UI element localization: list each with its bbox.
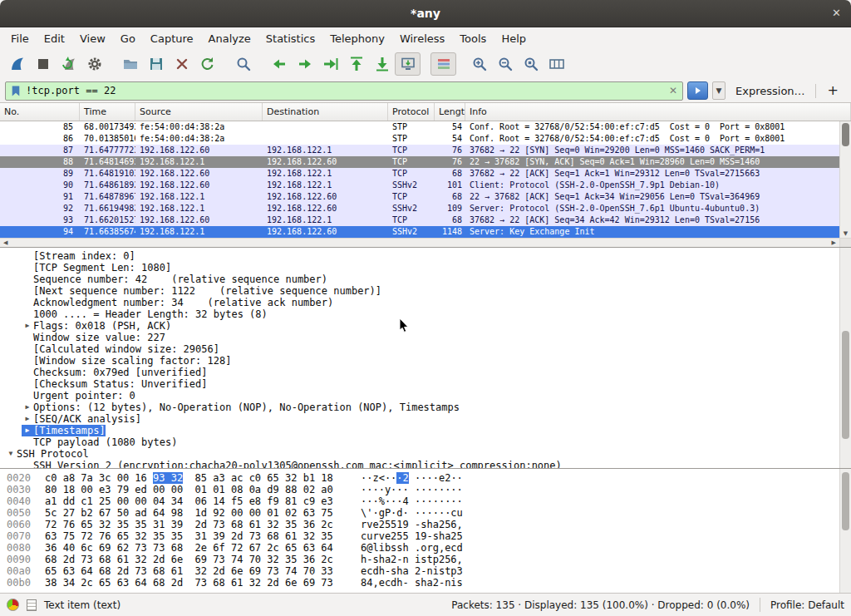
detail-line[interactable]: Checksum: 0x79ed [unverified] — [0, 367, 851, 378]
zoom-in-button[interactable] — [466, 52, 492, 76]
menu-help[interactable]: Help — [494, 30, 534, 47]
scroll-right-icon[interactable]: ▶ — [832, 239, 836, 246]
colorize-button[interactable] — [430, 52, 456, 76]
go-last-button[interactable] — [369, 52, 395, 76]
go-forward-button[interactable] — [292, 52, 317, 76]
menu-tools[interactable]: Tools — [452, 30, 494, 47]
detail-line[interactable]: Sequence number: 42 (relative sequence n… — [0, 274, 851, 285]
restart-capture-button[interactable] — [56, 52, 81, 76]
auto-scroll-button[interactable] — [395, 52, 421, 76]
hex-row-0020[interactable]: 0020c0 a8 7a 3c 00 16 93 32 85 a3 ac c0 … — [0, 472, 851, 484]
packet-row-89[interactable]: 8971.648191037192.168.122.60192.168.122.… — [0, 168, 839, 180]
detail-line[interactable]: 1000 .... = Header Length: 32 bytes (8) — [0, 308, 851, 320]
detail-line[interactable]: ▶Flags: 0x018 (PSH, ACK) — [0, 320, 851, 332]
packet-row-86[interactable]: 8670.013850163fe:54:00:d4:38:2aSTP54Conf… — [0, 133, 839, 145]
menu-view[interactable]: View — [72, 30, 113, 47]
column-header-info[interactable]: Info — [465, 103, 851, 121]
details-scrollbar[interactable] — [839, 248, 851, 468]
detail-line[interactable]: Acknowledgment number: 34 (relative ack … — [0, 297, 851, 308]
detail-line[interactable]: [Calculated window size: 29056] — [0, 343, 851, 355]
capture-options-button[interactable] — [81, 52, 107, 76]
expert-info-icon[interactable] — [7, 599, 19, 611]
detail-line[interactable]: ▶[Timestamps] — [0, 425, 851, 436]
hex-row-0090[interactable]: 009068 2d 73 68 61 32 2d 6e 69 73 74 70 … — [0, 554, 851, 565]
column-header-length[interactable]: Length — [435, 103, 465, 121]
scrollbar-thumb[interactable] — [842, 331, 849, 439]
detail-line[interactable]: [TCP Segment Len: 1080] — [0, 262, 851, 274]
packet-row-94[interactable]: 9471.663856741192.168.122.1192.168.122.6… — [0, 226, 839, 238]
menu-capture[interactable]: Capture — [143, 30, 201, 47]
open-file-button[interactable] — [117, 52, 143, 76]
hex-row-0060[interactable]: 006072 76 65 32 35 35 31 39 2d 73 68 61 … — [0, 519, 851, 530]
hex-row-0030[interactable]: 003080 18 00 e3 79 ed 00 00 01 01 08 0a … — [0, 484, 851, 495]
hex-row-00b0[interactable]: 00b038 34 2c 65 63 64 68 2d 73 68 61 32 … — [0, 577, 851, 589]
detail-line[interactable]: [Stream index: 0] — [0, 250, 851, 262]
close-file-button[interactable] — [169, 52, 194, 76]
clear-filter-icon[interactable]: ✕ — [669, 86, 677, 96]
bookmark-icon[interactable] — [11, 85, 21, 97]
expander-icon[interactable]: ▶ — [22, 425, 33, 436]
detail-line[interactable]: TCP payload (1080 bytes) — [0, 436, 851, 448]
packet-row-85[interactable]: 8568.001734936fe:54:00:d4:38:2aSTP54Conf… — [0, 121, 839, 133]
capture-comment-icon[interactable] — [27, 599, 37, 611]
menu-file[interactable]: File — [3, 30, 37, 47]
expression-button[interactable]: Expression… — [730, 85, 811, 97]
hex-row-0070[interactable]: 007063 75 72 76 65 32 35 35 31 39 2d 73 … — [0, 530, 851, 542]
go-first-button[interactable] — [343, 52, 369, 76]
start-capture-button[interactable] — [4, 52, 30, 76]
expander-icon[interactable]: ▶ — [22, 413, 33, 425]
close-icon[interactable]: ✕ — [832, 7, 841, 19]
expander-icon[interactable]: ▼ — [5, 448, 17, 460]
packet-row-90[interactable]: 9071.648618924192.168.122.60192.168.122.… — [0, 180, 839, 191]
filter-dropdown-caret-icon[interactable]: ▼ — [712, 81, 726, 100]
find-packet-button[interactable] — [230, 52, 256, 76]
hex-row-00a0[interactable]: 00a065 63 64 68 2d 73 68 61 32 2d 6e 69 … — [0, 565, 851, 577]
detail-line[interactable]: SSH Version 2 (encryption:chacha20-poly1… — [0, 460, 851, 468]
stop-capture-button[interactable] — [30, 52, 56, 76]
scrollbar-thumb[interactable] — [842, 123, 849, 146]
detail-line[interactable]: ▶[SEQ/ACK analysis] — [0, 413, 851, 425]
detail-line[interactable]: [Checksum Status: Unverified] — [0, 378, 851, 390]
column-header-source[interactable]: Source — [135, 103, 263, 121]
packet-row-87[interactable]: 8771.647777234192.168.122.60192.168.122.… — [0, 145, 839, 156]
detail-line[interactable]: Window size value: 227 — [0, 332, 851, 343]
scroll-down-icon[interactable]: ▼ — [840, 230, 851, 237]
hex-row-0040[interactable]: 0040a1 dd c1 25 00 00 04 34 06 14 f5 e8 … — [0, 495, 851, 507]
save-file-button[interactable] — [143, 52, 169, 76]
packet-row-88[interactable]: 8871.648146932192.168.122.1192.168.122.6… — [0, 156, 839, 168]
go-to-packet-button[interactable] — [317, 52, 343, 76]
display-filter-field[interactable]: ✕ — [5, 81, 683, 101]
detail-line[interactable]: [Window size scaling factor: 128] — [0, 355, 851, 367]
zoom-out-button[interactable] — [492, 52, 518, 76]
add-filter-button[interactable]: + — [820, 82, 846, 100]
packet-row-93[interactable]: 9371.662015274192.168.122.60192.168.122.… — [0, 214, 839, 226]
profile-button[interactable]: Profile: Default — [770, 599, 844, 611]
display-filter-input[interactable] — [26, 85, 664, 96]
detail-line[interactable]: Urgent pointer: 0 — [0, 390, 851, 402]
menu-statistics[interactable]: Statistics — [258, 30, 322, 47]
hex-row-0080[interactable]: 008036 40 6c 69 62 73 73 68 2e 6f 72 67 … — [0, 542, 851, 554]
menu-go[interactable]: Go — [113, 30, 143, 47]
expander-icon[interactable]: ▶ — [22, 320, 33, 332]
column-header-protocol[interactable]: Protocol — [388, 103, 435, 121]
detail-line[interactable]: [Next sequence number: 1122 (relative se… — [0, 285, 851, 297]
go-back-button[interactable] — [266, 52, 292, 76]
menu-analyze[interactable]: Analyze — [201, 30, 258, 47]
column-header-time[interactable]: Time — [80, 103, 135, 121]
scrollbar-thumb[interactable] — [842, 472, 849, 530]
column-header-destination[interactable]: Destination — [263, 103, 388, 121]
hex-scrollbar[interactable] — [839, 469, 851, 593]
menu-edit[interactable]: Edit — [37, 30, 72, 47]
reload-file-button[interactable] — [194, 52, 220, 76]
expander-icon[interactable]: ▶ — [22, 402, 33, 413]
column-header-no[interactable]: No. — [0, 103, 80, 121]
detail-line[interactable]: ▶Options: (12 bytes), No-Operation (NOP)… — [0, 402, 851, 413]
resize-columns-button[interactable] — [544, 52, 569, 76]
zoom-reset-button[interactable] — [518, 52, 544, 76]
scroll-left-icon[interactable]: ◀ — [3, 239, 7, 246]
apply-filter-button[interactable] — [687, 81, 708, 100]
menu-wireless[interactable]: Wireless — [392, 30, 452, 47]
packet-list-hscrollbar[interactable]: ◀ ▶ — [0, 238, 839, 247]
packet-list-vscrollbar[interactable]: ▼ — [839, 121, 851, 238]
detail-line[interactable]: ▼SSH Protocol — [0, 448, 851, 460]
